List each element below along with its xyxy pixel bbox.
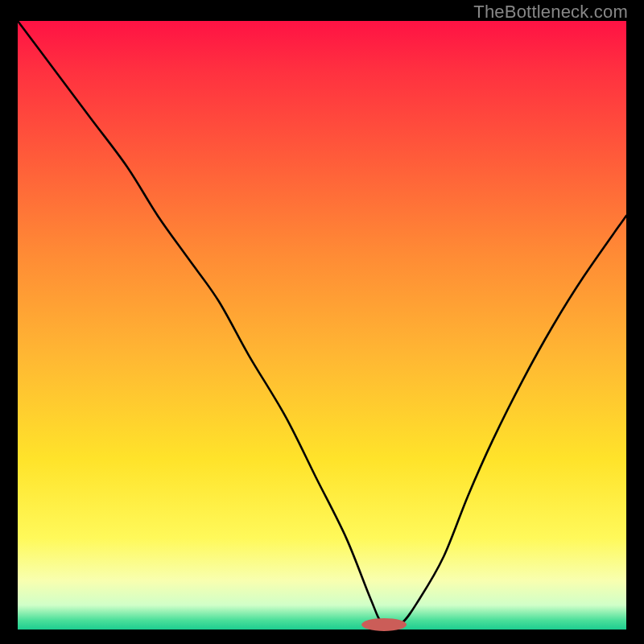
chart-frame: TheBottleneck.com [0, 0, 644, 644]
curve-layer [0, 0, 644, 644]
bottleneck-curve [18, 21, 626, 626]
watermark: TheBottleneck.com [473, 2, 628, 23]
optimal-marker [361, 618, 407, 631]
